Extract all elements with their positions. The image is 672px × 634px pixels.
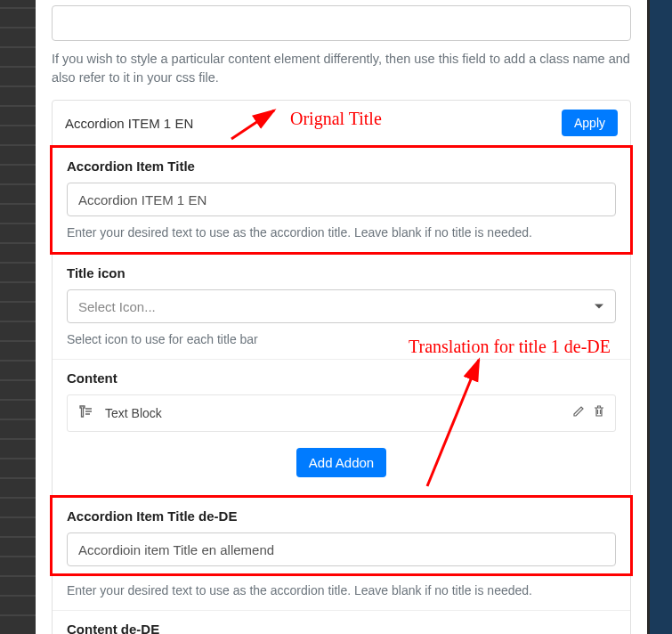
background-right xyxy=(650,0,672,634)
highlighted-section-original: Accordion Item Title Enter your desired … xyxy=(50,145,633,255)
field-label-title: Accordion Item Title xyxy=(67,158,616,174)
accordion-title-input[interactable] xyxy=(67,183,616,216)
highlighted-section-translation: Accordion Item Title de-DE xyxy=(50,495,633,576)
addon-row[interactable]: Text Block xyxy=(67,394,616,432)
background-stripes xyxy=(0,0,36,634)
content-section: Content Text Block Add Addon xyxy=(53,360,630,495)
field-help-title-de: Enter your desired text to use as the ac… xyxy=(67,583,616,597)
panel-title: Accordion ITEM 1 EN xyxy=(65,116,193,131)
apply-button[interactable]: Apply xyxy=(562,110,618,136)
settings-modal: If you wish to style a particular conten… xyxy=(36,0,647,634)
accordion-item-panel: Accordion ITEM 1 EN Apply Accordion Item… xyxy=(52,100,631,634)
content-de-section: Content de-DE xyxy=(53,611,630,634)
icon-select[interactable]: Select Icon... xyxy=(67,289,616,323)
css-class-input[interactable] xyxy=(52,5,631,41)
addon-label: Text Block xyxy=(105,406,162,420)
panel-header: Accordion ITEM 1 EN Apply xyxy=(53,101,630,145)
field-label-content-de: Content de-DE xyxy=(67,622,616,634)
field-help-icon: Select icon to use for each title bar xyxy=(67,332,616,346)
text-block-icon xyxy=(78,404,94,422)
title-icon-section: Title icon Select Icon... Select icon to… xyxy=(53,255,630,359)
field-label-title-de: Accordion Item Title de-DE xyxy=(67,508,616,524)
add-addon-button[interactable]: Add Addon xyxy=(296,448,386,477)
field-label-content: Content xyxy=(67,370,616,386)
css-class-help: If you wish to style a particular conten… xyxy=(52,50,631,87)
delete-icon[interactable] xyxy=(594,405,604,421)
accordion-title-de-input[interactable] xyxy=(67,532,616,566)
edit-icon[interactable] xyxy=(572,405,585,421)
field-label-icon: Title icon xyxy=(67,265,616,280)
field-help-title: Enter your desired text to use as the ac… xyxy=(67,225,616,240)
chevron-down-icon xyxy=(595,305,603,309)
